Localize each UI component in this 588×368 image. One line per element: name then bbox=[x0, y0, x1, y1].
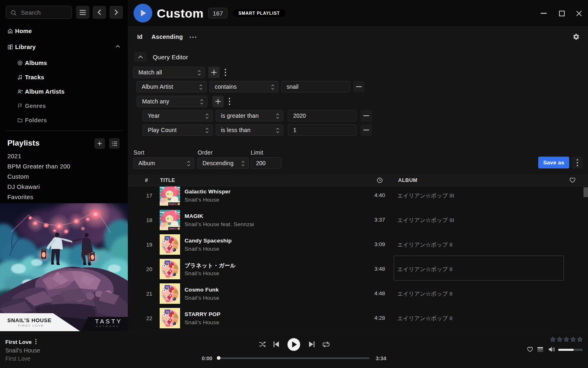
svg-text:SNAIL’S HOUSE: SNAIL’S HOUSE bbox=[7, 317, 51, 323]
svg-text:FIRST LOVE: FIRST LOVE bbox=[18, 324, 44, 328]
svg-text:NETWORK: NETWORK bbox=[96, 325, 120, 328]
svg-text:TASTY: TASTY bbox=[95, 318, 122, 325]
